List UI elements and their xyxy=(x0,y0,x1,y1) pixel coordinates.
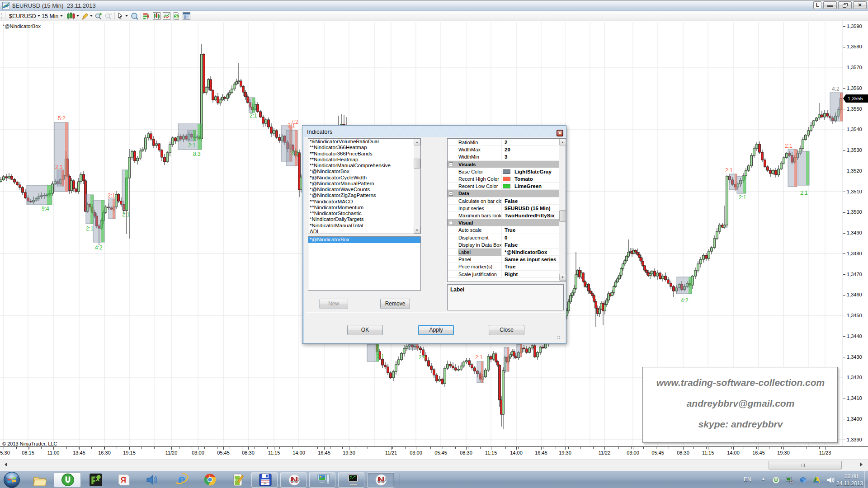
svg-text:2:1: 2:1 xyxy=(739,194,746,201)
svg-text:4:2: 4:2 xyxy=(681,297,689,304)
svg-text:2:1: 2:1 xyxy=(108,192,115,199)
svg-text:2:1: 2:1 xyxy=(250,113,257,119)
svg-text:1,3555: 1,3555 xyxy=(848,96,863,101)
svg-text:$: $ xyxy=(175,14,178,19)
svg-text:2:1: 2:1 xyxy=(288,122,295,129)
svg-text:5:2: 5:2 xyxy=(58,115,66,122)
svg-text:9:4: 9:4 xyxy=(42,206,49,212)
svg-text:2:1: 2:1 xyxy=(55,164,63,170)
svg-text:2:1: 2:1 xyxy=(800,190,808,196)
svg-text:e: e xyxy=(178,473,185,487)
svg-text:2:1: 2:1 xyxy=(377,353,384,360)
svg-text:2:1: 2:1 xyxy=(419,354,426,361)
svg-text:Я: Я xyxy=(121,475,126,484)
svg-text:8:3: 8:3 xyxy=(193,151,201,157)
svg-text:2:1: 2:1 xyxy=(122,211,130,218)
svg-text:2:1: 2:1 xyxy=(86,225,94,232)
svg-text:2:1: 2:1 xyxy=(475,354,483,361)
svg-text:4:2: 4:2 xyxy=(95,244,103,251)
svg-text:2:1: 2:1 xyxy=(725,167,733,174)
svg-text:2:1: 2:1 xyxy=(785,143,793,149)
svg-text:2:1: 2:1 xyxy=(188,142,196,149)
svg-text:Б4·: Б4· xyxy=(264,482,267,485)
svg-text:3:1: 3:1 xyxy=(291,150,299,156)
svg-text:4:2: 4:2 xyxy=(832,86,840,92)
